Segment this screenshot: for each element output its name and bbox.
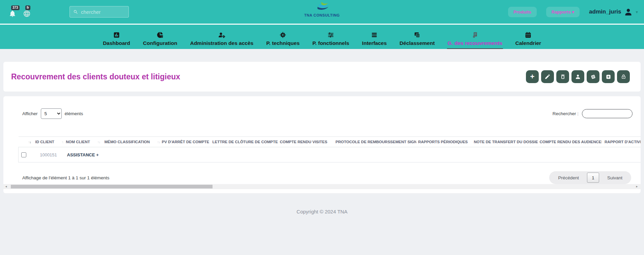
data-table-container: ↑↓ ID CLIENT↑↓ NOM CLIENT↑↓ MÉMO CLASSIF… bbox=[18, 136, 641, 162]
tab-p-techniques[interactable]: P. techniques bbox=[265, 31, 300, 49]
next-page-button[interactable]: Suivant bbox=[607, 175, 622, 180]
tab-dashboard[interactable]: Dashboard bbox=[102, 31, 131, 49]
delete-button[interactable] bbox=[556, 70, 569, 83]
trash-icon bbox=[560, 74, 566, 80]
row-checkbox[interactable] bbox=[21, 152, 26, 157]
gear-icon bbox=[279, 31, 286, 39]
data-table: ↑↓ ID CLIENT↑↓ NOM CLIENT↑↓ MÉMO CLASSIF… bbox=[18, 136, 641, 162]
person-icon bbox=[575, 74, 581, 80]
main-content: Recouvrement des clients douteux et liti… bbox=[0, 49, 644, 214]
scroll-right-arrow-icon[interactable]: ► bbox=[634, 184, 640, 189]
cell-nom-client: ASSISTANCE + bbox=[64, 147, 103, 162]
calendar-icon bbox=[525, 31, 532, 39]
stacked-bars-icon bbox=[371, 31, 378, 39]
style-tag-icon bbox=[590, 74, 596, 80]
language-globe-button[interactable]: fr bbox=[23, 6, 32, 18]
col-header-nom-client[interactable]: NOM CLIENT↑↓ bbox=[64, 137, 103, 147]
tab-calendrier[interactable]: Calendrier bbox=[514, 31, 542, 49]
tna-logo: TNA CONSULTING bbox=[304, 1, 340, 17]
search-label: Rechercher : bbox=[553, 111, 579, 116]
logo-text: TNA CONSULTING bbox=[304, 13, 340, 17]
sort-icon: ↑↓ bbox=[157, 140, 160, 144]
table-info-text: Affichage de l'élément 1 à 1 sur 1 éléme… bbox=[22, 175, 109, 180]
global-search bbox=[69, 6, 129, 18]
cell-id-client: 1000151 bbox=[33, 147, 64, 162]
table-row[interactable]: 1000151 ASSISTANCE + bbox=[19, 147, 641, 162]
user-gear-icon bbox=[218, 31, 226, 39]
receipt-icon bbox=[472, 31, 479, 39]
rapports-dropdown-button[interactable]: Rapports ▾ bbox=[546, 7, 580, 17]
add-button[interactable]: + bbox=[526, 70, 539, 83]
previous-page-button[interactable]: Précédent bbox=[558, 175, 579, 180]
sort-icon: ↑↓ bbox=[28, 140, 31, 144]
tab-declassement[interactable]: Déclassement bbox=[399, 31, 435, 49]
show-label: Afficher bbox=[22, 111, 38, 116]
produits-button[interactable]: Produits bbox=[508, 7, 537, 17]
table-search-input[interactable] bbox=[582, 109, 633, 118]
notifications-count-badge: 373 bbox=[11, 5, 20, 10]
dashboard-icon bbox=[113, 31, 120, 39]
topbar: 373 fr TNA CONSULTING Produits bbox=[0, 0, 644, 24]
pagination: Précédent 1 Suivant bbox=[549, 171, 631, 184]
main-navigation: Dashboard Configuration Administration d… bbox=[0, 25, 644, 49]
chevron-down-icon: ▾ bbox=[636, 9, 638, 15]
col-header-rapports-periodiques[interactable]: RAPPORTS PÉRIODIQUES↑↓ bbox=[416, 137, 472, 147]
tab-administration-des-acces[interactable]: Administration des accès bbox=[189, 31, 254, 49]
add-box-icon bbox=[606, 74, 611, 80]
title-card: Recouvrement des clients douteux et liti… bbox=[3, 62, 641, 92]
lock-icon bbox=[621, 74, 626, 80]
copyright-text: Copyright © 2024 TNA bbox=[3, 209, 641, 214]
tab-configuration[interactable]: Configuration bbox=[142, 31, 178, 49]
col-header-protocole-remboursement[interactable]: PROTOCOLE DE REMBOURSSEMENT SIGNÉ↑↓ bbox=[334, 137, 416, 147]
add-box-button[interactable] bbox=[602, 70, 615, 83]
devices-icon bbox=[413, 31, 421, 39]
scroll-left-arrow-icon[interactable]: ◄ bbox=[3, 184, 9, 189]
horizontal-scrollbar[interactable]: ◄ ► bbox=[3, 184, 641, 189]
search-input[interactable] bbox=[81, 9, 125, 15]
sort-icon: ↑↓ bbox=[62, 140, 64, 144]
table-header-row: ↑↓ ID CLIENT↑↓ NOM CLIENT↑↓ MÉMO CLASSIF… bbox=[19, 137, 641, 147]
notifications-bell-button[interactable]: 373 bbox=[9, 6, 18, 18]
tab-p-fonctionnels[interactable]: P. fonctionnels bbox=[312, 31, 350, 49]
col-header-rapport-activite[interactable]: RAPPORT D'ACTIVITÉ↑↓ bbox=[602, 137, 641, 147]
col-header-pv-arret-compte[interactable]: PV D'ARRÊT DE COMPTE↑↓ bbox=[160, 137, 211, 147]
assign-user-button[interactable] bbox=[571, 70, 584, 83]
tab-interfaces[interactable]: Interfaces bbox=[361, 31, 387, 49]
pencil-icon bbox=[544, 74, 551, 80]
sort-icon: ↑↓ bbox=[97, 140, 100, 144]
col-header-lettre-cloture[interactable]: LETTRE DE CLÔTURE DE COMPTE↑↓ bbox=[211, 137, 278, 147]
elements-label: éléments bbox=[65, 111, 83, 116]
edit-button[interactable] bbox=[541, 70, 554, 83]
lock-button[interactable] bbox=[617, 70, 630, 83]
col-header-id-client[interactable]: ID CLIENT↑↓ bbox=[33, 137, 64, 147]
tab-g-des-recouvrements[interactable]: G. des recouvrements bbox=[447, 31, 503, 49]
pie-settings-icon bbox=[157, 31, 164, 39]
avatar-icon bbox=[624, 7, 633, 17]
globe-icon bbox=[23, 10, 31, 18]
sliders-icon bbox=[327, 31, 334, 39]
plus-icon: + bbox=[530, 73, 535, 80]
table-card: Afficher 5 éléments Rechercher : bbox=[3, 96, 641, 193]
current-page-button[interactable]: 1 bbox=[587, 173, 599, 183]
user-menu[interactable]: admin_juris ▾ bbox=[589, 7, 638, 17]
col-header-compte-rendu-visites[interactable]: COMPTE RENDU VISITES↑↓ bbox=[278, 137, 334, 147]
page-length-select[interactable]: 5 bbox=[41, 108, 62, 119]
tna-logo-icon bbox=[314, 1, 330, 13]
col-header-memo-classification[interactable]: MÉMO CLASSIFICATION↑↓ bbox=[103, 137, 160, 147]
col-header-compte-rendu-audiences[interactable]: COMPTE RENDU DES AUDIENCES↑↓ bbox=[538, 137, 602, 147]
action-toolbar: + bbox=[526, 70, 630, 83]
language-badge: fr bbox=[25, 5, 30, 10]
scrollbar-thumb[interactable] bbox=[11, 185, 213, 188]
page-title: Recouvrement des clients douteux et liti… bbox=[11, 72, 180, 81]
tag-button[interactable] bbox=[587, 70, 599, 83]
select-all-sort-header[interactable]: ↑↓ bbox=[19, 137, 33, 147]
bell-icon bbox=[9, 9, 16, 18]
search-icon bbox=[73, 9, 81, 15]
username-label: admin_juris bbox=[589, 8, 621, 15]
col-header-note-transfert[interactable]: NOTE DE TRANSFERT DU DOSSIER↑↓ bbox=[472, 137, 538, 147]
chevron-down-icon: ▾ bbox=[572, 9, 575, 15]
